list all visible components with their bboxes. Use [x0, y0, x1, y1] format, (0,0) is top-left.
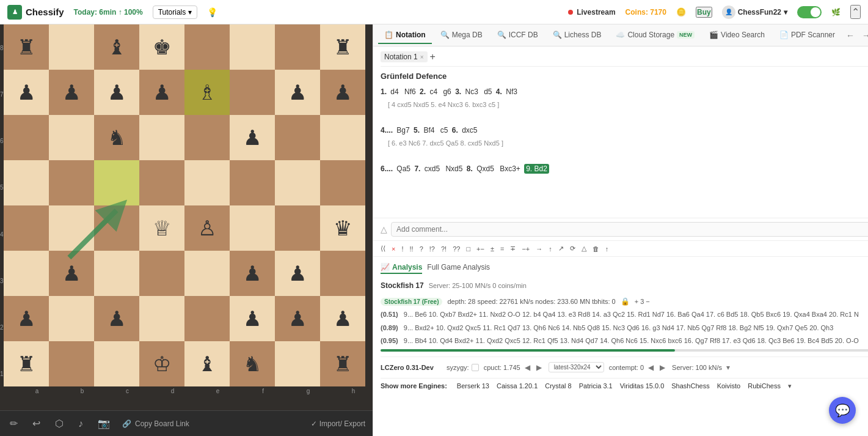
square-f8[interactable] — [230, 24, 275, 70]
symbol-question-button[interactable]: ? — [417, 244, 426, 254]
square-c2[interactable]: ♟ — [94, 296, 139, 341]
tab-video-search[interactable]: 🎬 Video Search — [703, 27, 771, 44]
comment-input[interactable] — [391, 222, 868, 237]
square-b6[interactable] — [49, 115, 94, 160]
square-g1[interactable] — [275, 341, 320, 386]
square-g6[interactable] — [275, 115, 320, 160]
camera-button[interactable]: 📷 — [95, 415, 112, 432]
tab-notation[interactable]: 📋 Notation — [378, 27, 432, 44]
symbol-minusplus-button[interactable]: ∓ — [508, 243, 518, 254]
square-e4[interactable]: ♙ — [184, 205, 230, 251]
square-h1[interactable]: ♜ — [320, 341, 365, 386]
symbol-up2-button[interactable]: ↑ — [603, 244, 611, 254]
square-f2[interactable]: ♟ — [230, 296, 275, 341]
square-h8[interactable]: ♜ — [320, 24, 365, 70]
buy-button[interactable]: Buy — [696, 7, 712, 18]
square-h4[interactable]: ♛ — [320, 205, 365, 251]
move-g6[interactable]: g6 — [441, 87, 455, 97]
chess-board[interactable]: ♜ ♝ ♚ ♜ ♟ ♟ ♟ ♟ ♗ — [4, 24, 365, 386]
engine-patricia[interactable]: Patricia 3.1 — [579, 382, 613, 390]
square-e8[interactable] — [184, 24, 230, 70]
square-a1[interactable]: ♜ — [4, 341, 49, 386]
square-a5[interactable] — [4, 160, 49, 205]
move-bf4[interactable]: Bf4 — [421, 125, 438, 135]
chat-fab-button[interactable]: 💬 — [829, 397, 856, 424]
square-f1[interactable]: ♞ — [230, 341, 275, 386]
more-engines-chevron-icon[interactable]: ▾ — [788, 382, 792, 390]
square-d3[interactable] — [139, 251, 184, 296]
lines-plus-button[interactable]: + 3 − — [635, 298, 650, 305]
square-d6[interactable] — [139, 115, 184, 160]
square-g7[interactable]: ♟ — [275, 70, 320, 115]
music-button[interactable]: ♪ — [76, 416, 86, 432]
square-d4[interactable]: ♕ — [139, 205, 184, 251]
square-a4[interactable] — [4, 205, 49, 251]
layers-button[interactable]: ⬡ — [53, 415, 66, 432]
move-c4[interactable]: c4 — [428, 87, 441, 97]
square-e6[interactable] — [184, 115, 230, 160]
move-nf3[interactable]: Nf3 — [504, 87, 519, 97]
move-dxc5[interactable]: dxc5 — [460, 125, 479, 135]
square-a6[interactable] — [4, 115, 49, 160]
move-bg7[interactable]: Bg7 — [395, 125, 414, 135]
square-e3[interactable] — [184, 251, 230, 296]
engine-viriditas[interactable]: Viriditas 15.0.0 — [620, 382, 665, 390]
square-d7[interactable]: ♟ — [139, 70, 184, 115]
square-a8[interactable]: ♜ — [4, 24, 49, 70]
square-d5[interactable] — [139, 160, 184, 205]
square-b2[interactable] — [49, 296, 94, 341]
move-nf6[interactable]: Nf6 — [403, 87, 420, 97]
tab-analysis[interactable]: 📈 Analysis — [381, 262, 422, 274]
move-nc3[interactable]: Nc3 — [463, 87, 482, 97]
square-f7[interactable] — [230, 70, 275, 115]
engine-crystal[interactable]: Crystal 8 — [545, 382, 571, 390]
tab-mega-db[interactable]: 🔍 Mega DB — [434, 27, 489, 44]
symbol-triangle-button[interactable]: △ — [579, 243, 589, 254]
notation-tab-1[interactable]: Notation 1 × — [381, 51, 428, 62]
nav-start-button[interactable]: ⟨⟨ — [378, 243, 388, 254]
square-e1[interactable]: ♝ — [184, 341, 230, 386]
square-c6[interactable]: ♞ — [94, 115, 139, 160]
symbol-minus-plus-button[interactable]: −+ — [519, 244, 532, 254]
move-qa5[interactable]: Qa5 — [395, 164, 414, 174]
undo-button[interactable]: ↩ — [30, 415, 43, 432]
square-c5[interactable] — [94, 160, 139, 205]
symbol-arrow-button[interactable]: → — [533, 244, 545, 254]
square-b3[interactable]: ♟ — [49, 251, 94, 296]
square-a7[interactable]: ♟ — [4, 70, 49, 115]
copy-board-link-button[interactable]: 🔗 Copy Board Link — [122, 419, 189, 428]
symbol-double-exclaim-button[interactable]: !! — [407, 244, 416, 254]
square-e2[interactable] — [184, 296, 230, 341]
tab-prev-button[interactable]: ← — [844, 29, 857, 42]
tab-next-button[interactable]: → — [859, 29, 868, 42]
square-f4[interactable] — [230, 205, 275, 251]
square-h7[interactable]: ♟ — [320, 70, 365, 115]
move-qxd5[interactable]: Qxd5 — [475, 164, 498, 174]
square-b7[interactable]: ♟ — [49, 70, 94, 115]
tab-cloud-storage[interactable]: ☁️ Cloud Storage NEW — [610, 27, 701, 44]
import-export-button[interactable]: ✓ Import/ Export — [311, 419, 365, 428]
square-b1[interactable] — [49, 341, 94, 386]
add-tab-button[interactable]: + — [430, 51, 436, 62]
square-h5[interactable] — [320, 160, 365, 205]
square-b4[interactable] — [49, 205, 94, 251]
move-d5[interactable]: d5 — [482, 87, 496, 97]
move-bd2-current[interactable]: 9. Bd2 — [524, 164, 549, 174]
close-tab-icon[interactable]: × — [420, 54, 424, 61]
square-g3[interactable]: ♟ — [275, 251, 320, 296]
network-select[interactable]: latest-320x24 — [549, 362, 604, 372]
square-f6[interactable]: ♟ — [230, 115, 275, 160]
pencil-button[interactable]: ✏ — [7, 415, 20, 432]
user-menu[interactable]: 👤 ChessFun22 ▾ — [722, 6, 787, 19]
engine-rubichess[interactable]: RubiChess — [748, 382, 781, 390]
symbol-circle-button[interactable]: ⟳ — [567, 243, 578, 254]
engine-shashchess[interactable]: ShashChess — [671, 382, 709, 390]
square-h6[interactable] — [320, 115, 365, 160]
engine-berserk[interactable]: Berserk 13 — [457, 382, 489, 390]
lock-icon[interactable]: 🔒 — [621, 297, 630, 306]
square-f3[interactable]: ♟ — [230, 251, 275, 296]
symbol-equal-button[interactable]: = — [498, 244, 506, 254]
square-g4[interactable] — [275, 205, 320, 251]
contempt-next-button[interactable]: ▶ — [658, 363, 667, 372]
move-d4[interactable]: d4 — [388, 87, 403, 97]
